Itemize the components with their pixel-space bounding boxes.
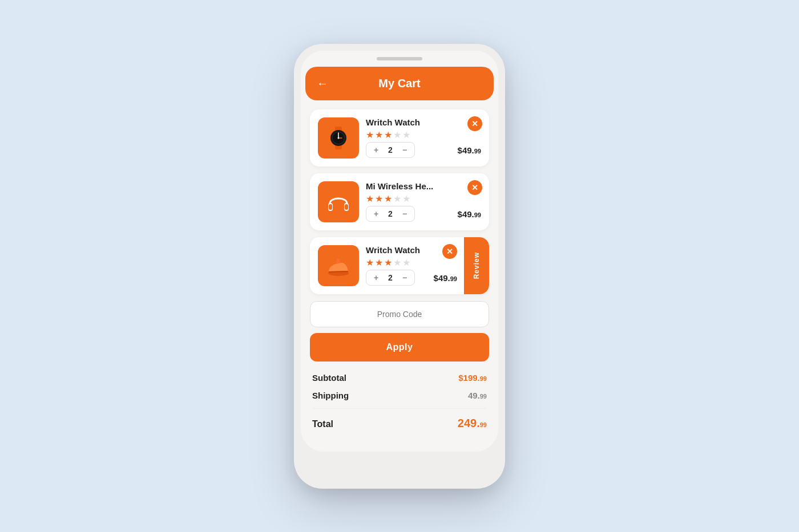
star-3: ★ bbox=[384, 257, 392, 265]
item-image-1 bbox=[318, 117, 359, 159]
star-5: ★ bbox=[402, 257, 410, 265]
star-2: ★ bbox=[375, 257, 383, 265]
star-2: ★ bbox=[375, 193, 383, 201]
back-button[interactable]: ← bbox=[317, 77, 328, 90]
shipping-label: Shipping bbox=[312, 391, 349, 400]
svg-point-7 bbox=[338, 137, 340, 139]
cart-item-3: Writch Watch ★ ★ ★ ★ ★ + 2 − bbox=[310, 237, 489, 294]
item-price-1: $49.99 bbox=[458, 145, 481, 155]
order-summary: Subtotal $199.99 Shipping 49.99 Total 24… bbox=[310, 373, 489, 430]
item-price-2: $49.99 bbox=[458, 209, 481, 219]
price-main-2: $49 bbox=[458, 209, 472, 219]
svg-rect-10 bbox=[329, 204, 332, 210]
bottom-spacer bbox=[301, 438, 498, 452]
qty-plus-3[interactable]: + bbox=[371, 273, 381, 283]
star-5: ★ bbox=[402, 129, 410, 137]
total-main: 249 bbox=[458, 417, 477, 429]
cart-item-1: Writch Watch ★ ★ ★ ★ ★ + 2 − bbox=[310, 109, 489, 166]
quantity-control-1: + 2 − bbox=[366, 142, 415, 158]
star-1: ★ bbox=[366, 129, 374, 137]
star-1: ★ bbox=[366, 193, 374, 201]
total-label: Total bbox=[312, 419, 333, 429]
price-cents-1: 99 bbox=[474, 148, 481, 155]
star-5: ★ bbox=[402, 193, 410, 201]
qty-value-2: 2 bbox=[386, 209, 395, 218]
total-value: 249.99 bbox=[458, 417, 487, 430]
subtotal-label: Subtotal bbox=[312, 373, 346, 383]
item-name-2: Mi Wireless He... bbox=[366, 181, 481, 191]
item-bottom-3: + 2 − $49.99 bbox=[366, 270, 457, 286]
shipping-cents: 99 bbox=[480, 393, 487, 400]
price-cents-3: 99 bbox=[450, 275, 457, 282]
status-bar bbox=[301, 51, 498, 67]
promo-input[interactable] bbox=[310, 301, 489, 327]
item-image-2 bbox=[318, 181, 359, 222]
star-4: ★ bbox=[393, 257, 401, 265]
apply-button[interactable]: Apply bbox=[310, 333, 489, 362]
qty-minus-1[interactable]: − bbox=[400, 145, 410, 155]
item-bottom-1: + 2 − $49.99 bbox=[366, 142, 481, 158]
qty-plus-1[interactable]: + bbox=[371, 145, 381, 155]
item-price-3: $49.99 bbox=[434, 273, 457, 283]
promo-section: Apply bbox=[310, 301, 489, 362]
star-2: ★ bbox=[375, 129, 383, 137]
quantity-control-2: + 2 − bbox=[366, 206, 415, 222]
svg-rect-11 bbox=[345, 204, 348, 210]
item-details-1: Writch Watch ★ ★ ★ ★ ★ + 2 − bbox=[366, 117, 481, 158]
item-details-2: Mi Wireless He... ★ ★ ★ ★ ★ + 2 − bbox=[366, 181, 481, 222]
phone-screen: ← My Cart bbox=[301, 51, 498, 452]
item-stars-2: ★ ★ ★ ★ ★ bbox=[366, 193, 481, 201]
price-main-3: $49 bbox=[434, 273, 448, 283]
qty-plus-2[interactable]: + bbox=[371, 209, 381, 219]
price-main-1: $49 bbox=[458, 145, 472, 155]
shipping-row: Shipping 49.99 bbox=[312, 391, 487, 400]
price-cents-2: 99 bbox=[474, 212, 481, 218]
status-dots bbox=[377, 57, 422, 60]
cart-content: Writch Watch ★ ★ ★ ★ ★ + 2 − bbox=[301, 109, 498, 430]
subtotal-row: Subtotal $199.99 bbox=[312, 373, 487, 383]
total-cents: 99 bbox=[480, 421, 487, 428]
qty-minus-3[interactable]: − bbox=[400, 273, 410, 283]
remove-btn-3[interactable]: ✕ bbox=[442, 244, 457, 259]
headphone-icon bbox=[324, 188, 353, 216]
shipping-value: 49.99 bbox=[468, 391, 487, 400]
star-4: ★ bbox=[393, 193, 401, 201]
remove-btn-1[interactable]: ✕ bbox=[467, 116, 482, 131]
qty-value-3: 2 bbox=[386, 273, 395, 282]
item-image-3 bbox=[318, 245, 359, 286]
subtotal-value: $199.99 bbox=[458, 373, 487, 383]
star-3: ★ bbox=[384, 193, 392, 201]
star-1: ★ bbox=[366, 257, 374, 265]
subtotal-main: $199 bbox=[458, 373, 477, 383]
quantity-control-3: + 2 − bbox=[366, 270, 415, 286]
star-3: ★ bbox=[384, 129, 392, 137]
item-name-1: Writch Watch bbox=[366, 117, 481, 127]
phone-device: ← My Cart bbox=[294, 44, 505, 489]
shipping-main: 49 bbox=[468, 391, 478, 400]
star-4: ★ bbox=[393, 129, 401, 137]
review-tab[interactable]: Review bbox=[464, 237, 489, 294]
review-label: Review bbox=[473, 252, 481, 279]
total-row: Total 249.99 bbox=[312, 408, 487, 430]
cart-item-2: Mi Wireless He... ★ ★ ★ ★ ★ + 2 − bbox=[310, 173, 489, 230]
subtotal-cents: 99 bbox=[480, 375, 487, 382]
qty-minus-2[interactable]: − bbox=[400, 209, 410, 219]
remove-btn-2[interactable]: ✕ bbox=[467, 180, 482, 195]
item-stars-3: ★ ★ ★ ★ ★ bbox=[366, 257, 457, 265]
shoe-icon bbox=[324, 251, 353, 280]
page-title: My Cart bbox=[378, 77, 420, 90]
item-stars-1: ★ ★ ★ ★ ★ bbox=[366, 129, 481, 137]
watch-icon bbox=[324, 124, 353, 152]
item-bottom-2: + 2 − $49.99 bbox=[366, 206, 481, 222]
header: ← My Cart bbox=[305, 67, 494, 100]
qty-value-1: 2 bbox=[386, 145, 395, 155]
